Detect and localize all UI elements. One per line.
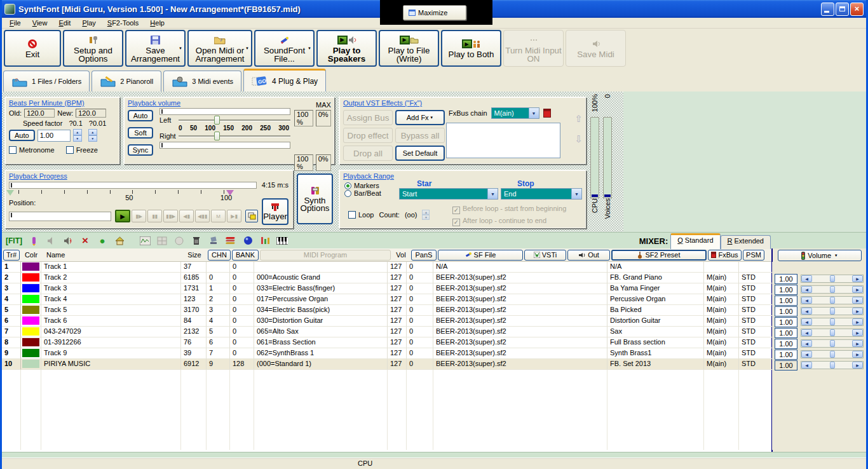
track-volume-value[interactable]: 1.00: [775, 306, 797, 316]
track-volume-value[interactable]: 1.00: [775, 360, 797, 370]
sphere-icon[interactable]: [242, 235, 254, 247]
close-button[interactable]: ×: [850, 3, 864, 16]
column-vsti-button[interactable]: VSTi: [524, 250, 566, 261]
chevron-down-icon[interactable]: ▼: [529, 108, 539, 118]
restore-button[interactable]: [836, 3, 849, 16]
metronome-checkbox[interactable]: Metronome: [9, 146, 55, 154]
column-fxbus-button[interactable]: FxBus: [708, 250, 742, 261]
slider-right-arrow[interactable]: ▶: [852, 329, 863, 336]
slider-right-arrow[interactable]: ▶: [852, 362, 863, 369]
slider-thumb[interactable]: [830, 275, 835, 282]
home-icon[interactable]: [114, 235, 125, 247]
rewind-button[interactable]: ◀▮▮: [195, 210, 210, 222]
right-slider-thumb[interactable]: [214, 132, 220, 140]
track-color[interactable]: [21, 316, 41, 327]
column-pans-button[interactable]: PanS: [411, 250, 437, 261]
barbeat-radio[interactable]: Bar/Beat: [344, 189, 381, 197]
table-row[interactable]: 1 Track 1 37 0 127 0 N/A N/A: [2, 262, 771, 273]
table-row[interactable]: 4 Track 4 123 2 0 017=Percussive Organ 1…: [2, 294, 771, 305]
freeze-checkbox[interactable]: Freeze: [66, 146, 98, 154]
table-row[interactable]: 5 Track 5 3170 3 0 034=Electric Bass(pic…: [2, 305, 771, 316]
marker-button[interactable]: M: [211, 210, 226, 222]
speed-spinner-01[interactable]: ▲▼: [73, 129, 82, 142]
table-row[interactable]: 7 043-247029 2132 5 0 065=Alto Sax 127 0…: [2, 327, 771, 337]
track-color[interactable]: [21, 337, 41, 348]
track-color[interactable]: [21, 262, 41, 273]
step-back-button[interactable]: ◀▮: [179, 210, 194, 222]
slider-right-arrow[interactable]: ▶: [852, 318, 863, 325]
slider-left-arrow[interactable]: ◀: [801, 318, 812, 325]
trash-icon[interactable]: [191, 235, 202, 247]
play-to-file-button[interactable]: ▶ Play to File (Write): [379, 30, 439, 67]
column-bank-button[interactable]: BANK: [232, 250, 259, 261]
slider-thumb[interactable]: [830, 340, 835, 347]
volume-column-button[interactable]: Volume ▼: [778, 250, 862, 261]
chevron-down-icon[interactable]: ▼: [487, 189, 498, 199]
slider-left-arrow[interactable]: ◀: [801, 362, 812, 369]
slider-left-arrow[interactable]: ◀: [801, 275, 812, 282]
track-volume-slider[interactable]: ◀▶: [801, 296, 864, 304]
track-volume-slider[interactable]: ◀▶: [801, 350, 864, 358]
slider-right-arrow[interactable]: ▶: [852, 308, 863, 315]
track-volume-value[interactable]: 1.00: [775, 339, 797, 349]
exit-button[interactable]: Exit: [4, 30, 61, 67]
set-default-button[interactable]: Set Default: [395, 146, 445, 161]
bpm-auto-button[interactable]: Auto: [9, 130, 35, 141]
progress-ruler[interactable]: 50 100: [9, 189, 247, 199]
fit-button[interactable]: [FIT]: [6, 236, 22, 245]
slider-thumb[interactable]: [830, 318, 835, 325]
add-fx-button[interactable]: Add Fx ▼: [395, 110, 445, 125]
table-row[interactable]: 8 01-3912266 76 6 0 061=Brass Section 12…: [2, 337, 771, 348]
delete-x-icon[interactable]: ×: [79, 235, 91, 247]
markers-radio[interactable]: Markers: [344, 182, 379, 189]
menu-edit[interactable]: Edit: [53, 18, 76, 27]
slider-thumb[interactable]: [830, 362, 835, 369]
volume-auto-button[interactable]: Auto: [128, 110, 153, 121]
pause-button[interactable]: ▮▮: [147, 210, 162, 222]
drop-all-button[interactable]: Drop all: [343, 146, 393, 161]
track-volume-value[interactable]: 1.00: [775, 274, 797, 284]
column-sf-file-button[interactable]: SF File: [438, 250, 523, 261]
play-to-speakers-button[interactable]: ▶ Play to Speakers: [316, 30, 377, 67]
count-spinner[interactable]: ▲▼: [422, 210, 430, 220]
track-volume-slider[interactable]: ◀▶: [801, 329, 864, 337]
right-volume-slider[interactable]: [179, 132, 290, 140]
column-out-button[interactable]: Out: [567, 250, 610, 261]
table-row-selected[interactable]: 10 PIRIYA MUSIC 6912 9 128 (000=Standard…: [2, 359, 771, 370]
column-psm-button[interactable]: PSM: [743, 250, 764, 261]
record-pen-icon[interactable]: [28, 235, 39, 247]
menu-play[interactable]: Play: [77, 18, 100, 27]
slider-left-arrow[interactable]: ◀: [801, 308, 812, 315]
cascade-windows-button[interactable]: [245, 210, 258, 222]
track-color[interactable]: [21, 327, 41, 337]
track-color[interactable]: [21, 283, 41, 294]
slider-left-arrow[interactable]: ◀: [801, 340, 812, 347]
track-volume-value[interactable]: 1.00: [775, 328, 797, 338]
menu-sf2-tools[interactable]: SF2-Tools: [102, 18, 144, 27]
tab-pianoroll[interactable]: 2 Pianoroll: [92, 71, 161, 92]
track-color[interactable]: [21, 273, 41, 283]
layers-icon[interactable]: [225, 235, 236, 247]
solo-speaker-icon[interactable]: [62, 235, 74, 247]
player-button[interactable]: Player: [262, 198, 288, 225]
soundfont-file-button[interactable]: SoundFont File...: [254, 30, 315, 67]
stamp-icon[interactable]: [208, 235, 219, 247]
speed-factor-input[interactable]: 1.00: [37, 130, 71, 142]
slider-left-arrow[interactable]: ◀: [801, 351, 812, 358]
turn-midi-input-button[interactable]: Turn Midi Input ON: [503, 30, 564, 67]
tab-files-folders[interactable]: ♫ 1 Files / Folders: [3, 71, 90, 92]
track-volume-slider[interactable]: ◀▶: [801, 275, 864, 283]
bypass-all-button[interactable]: Bypass all: [395, 128, 445, 143]
play-button[interactable]: ▶: [115, 210, 130, 222]
fxbus-chain-combo[interactable]: M(ain)▼: [491, 107, 539, 119]
range-stop-combo[interactable]: End▼: [501, 188, 582, 200]
skip-end-button[interactable]: ▶▮: [227, 210, 241, 222]
slider-thumb[interactable]: [830, 297, 835, 304]
slider-right-arrow[interactable]: ▶: [852, 340, 863, 347]
column-midi-program-button[interactable]: MIDI Program: [260, 250, 391, 261]
menu-file[interactable]: File: [4, 18, 26, 27]
track-volume-value[interactable]: 1.00: [775, 285, 797, 295]
track-volume-value[interactable]: 1.00: [775, 350, 797, 360]
assign-bus-button[interactable]: Assign Bus: [343, 110, 393, 125]
maximize-button[interactable]: Maximize: [403, 5, 466, 20]
